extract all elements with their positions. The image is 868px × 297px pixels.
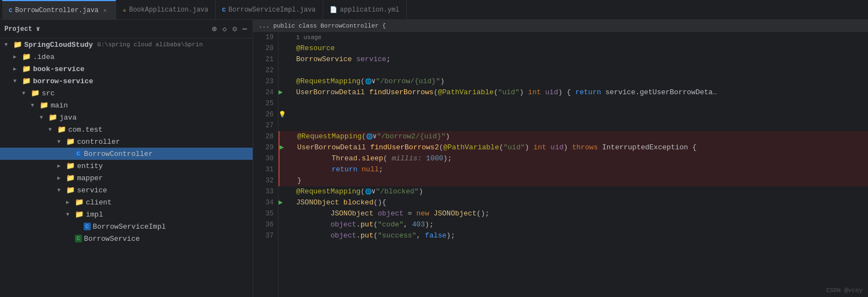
line-25-content (292, 98, 301, 109)
line-num-37: 37 (255, 230, 274, 241)
line-29-content: UserBorrowDetail findUserBorrows2(@PathV… (293, 142, 697, 153)
arrow-controller: ▼ (57, 139, 64, 145)
tab-borrow-controller[interactable]: C BorrowController.java ✕ (2, 0, 116, 20)
arrow-book-service: ▶ (13, 66, 20, 72)
tab-label-book-application: BookApplication.java (129, 6, 208, 14)
line-27-content (292, 120, 301, 131)
tab-book-application[interactable]: ☕ BookApplication.java (116, 0, 216, 20)
line-num-21: 21 (255, 54, 274, 65)
folder-icon-src: 📁 (31, 89, 40, 98)
line-24-content: UserBorrowDetail findUserBorrows(@PathVa… (292, 87, 717, 98)
usage-hint: 1 usage (292, 32, 321, 43)
arrow-service: ▼ (57, 187, 64, 193)
tree-item-src[interactable]: ▼ 📁 src (0, 87, 253, 99)
arrow-impl: ▼ (66, 212, 73, 218)
arrow-mapper: ▶ (57, 175, 64, 181)
line-num-22: 22 (255, 65, 274, 76)
line-34-content: JSONObject blocked(){ (292, 197, 386, 208)
code-line-36: object.put("code", 403); (279, 219, 868, 230)
tree-label-impl: impl (86, 210, 103, 219)
line-31-content: return null; (293, 164, 383, 175)
tab-borrow-serviceimpl[interactable]: C BorrowServiceImpl.java (216, 0, 323, 20)
tree-item-impl[interactable]: ▼ 📁 impl (0, 208, 253, 220)
tree-label-mapper: mapper (77, 174, 103, 182)
line-21-content: BorrowService service; (292, 54, 391, 65)
tree-label-client: client (86, 198, 112, 207)
line-32-content: } (293, 175, 302, 186)
line-22-content (292, 65, 301, 76)
code-area[interactable]: 19 20 21 22 23 24 25 26 27 28 29 30 31 3… (253, 32, 868, 297)
tree-label-borrow-controller: BorrowController (84, 150, 153, 158)
tree-item-service[interactable]: ▼ 📁 service (0, 184, 253, 196)
tree-container: ▼ 📁 SpringCloudStudy G:\spring cloud ali… (0, 39, 253, 297)
code-line-26: 💡 (279, 109, 868, 120)
sidebar-icon-add[interactable]: ⊕ (211, 23, 217, 35)
tree-item-controller[interactable]: ▼ 📁 controller (0, 136, 253, 148)
tree-item-com-test[interactable]: ▼ 📁 com.test (0, 123, 253, 136)
line-num-24: 24 (255, 87, 274, 98)
tree-label-controller: controller (77, 138, 120, 146)
tree-item-mapper[interactable]: ▶ 📁 mapper (0, 172, 253, 184)
folder-icon-service: 📁 (66, 186, 75, 195)
folder-icon-main: 📁 (40, 101, 48, 110)
folder-icon-mapper: 📁 (66, 174, 75, 182)
tree-item-root[interactable]: ▼ 📁 SpringCloudStudy G:\spring cloud ali… (0, 39, 253, 51)
tree-item-borrow-service[interactable]: ▼ 📁 borrow-service (0, 75, 253, 87)
folder-icon-com-test: 📁 (57, 125, 66, 134)
tree-label-service: service (77, 186, 107, 195)
line-num-19: 19 (255, 32, 274, 43)
line-26-content (292, 109, 301, 120)
tab-application-yml[interactable]: 📄 application.yml (323, 0, 407, 20)
tab-label-application-yml: application.yml (340, 6, 400, 14)
code-line-32: } (279, 175, 868, 186)
line-num-27: 27 (255, 120, 274, 131)
tree-item-java[interactable]: ▼ 📁 java (0, 111, 253, 123)
run-icon-34[interactable]: ▶ (279, 198, 283, 207)
code-line-22 (279, 65, 868, 76)
file-icon-borrow-service: C (75, 235, 82, 242)
tree-item-entity[interactable]: ▶ 📁 entity (0, 160, 253, 172)
code-line-24: ▶ UserBorrowDetail findUserBorrows(@Path… (279, 87, 868, 98)
sidebar-icon-collapse[interactable]: ◇ (221, 23, 228, 35)
code-line-34: ▶ JSONObject blocked(){ (279, 197, 868, 208)
code-line-20: @Resource (279, 43, 868, 54)
tree-item-borrow-controller[interactable]: C BorrowController (0, 148, 253, 160)
folder-icon-java: 📁 (48, 113, 57, 122)
gutter-26: 💡 (279, 109, 292, 120)
code-line-29: ▶ UserBorrowDetail findUserBorrows2(@Pat… (279, 142, 868, 153)
arrow-borrow-service-file (66, 236, 73, 242)
sidebar-icon-menu[interactable]: ⋯ (242, 23, 248, 35)
line-num-28: 28 (255, 131, 274, 142)
tree-item-main[interactable]: ▼ 📁 main (0, 99, 253, 111)
tree-item-idea[interactable]: ▶ 📁 .idea (0, 51, 253, 63)
arrow-entity: ▶ (57, 163, 64, 169)
tab-close-borrow-controller[interactable]: ✕ (101, 7, 109, 14)
tree-item-client[interactable]: ▶ 📁 client (0, 196, 253, 208)
line-num-35: 35 (255, 208, 274, 219)
code-line-35: JSONObject object = new JSONObject(); (279, 208, 868, 219)
line-num-29: 29 (255, 142, 274, 153)
watermark: CSDN @vcoy (826, 287, 862, 294)
tree-item-borrow-serviceimpl[interactable]: C BorrowServiceImpl (0, 220, 253, 233)
tab-icon-c: C (9, 7, 13, 14)
run-icon-29[interactable]: ▶ (280, 143, 284, 152)
arrow-src: ▼ (22, 90, 29, 96)
run-icon-24[interactable]: ▶ (279, 88, 283, 96)
line-37-content: object.put("success", false); (292, 230, 455, 241)
code-editor: ... public class BorrowController { 19 2… (253, 20, 868, 297)
tree-item-book-service[interactable]: ▶ 📁 book-service (0, 63, 253, 75)
code-line-25 (279, 98, 868, 109)
line-num-25: 25 (255, 98, 274, 109)
sidebar-icon-settings[interactable]: ⚙ (231, 23, 238, 35)
tree-item-borrow-service-file[interactable]: C BorrowService (0, 233, 253, 245)
tab-label-borrow-serviceimpl: BorrowServiceImpl.java (228, 6, 315, 14)
code-line-27 (279, 120, 868, 131)
bulb-icon-26[interactable]: 💡 (279, 111, 286, 118)
line-30-content: Thread.sleep( millis: 1000); (293, 153, 452, 164)
code-content: 1 usage @Resource BorrowService service; (279, 32, 868, 297)
code-line-21: BorrowService service; (279, 54, 868, 65)
tree-label-main: main (51, 101, 68, 110)
arrow-borrow-controller (66, 151, 73, 157)
sidebar: Project ∨ ⊕ ◇ ⚙ ⋯ ▼ 📁 SpringCloudStudy G… (0, 20, 253, 297)
tree-label-src: src (42, 89, 54, 98)
